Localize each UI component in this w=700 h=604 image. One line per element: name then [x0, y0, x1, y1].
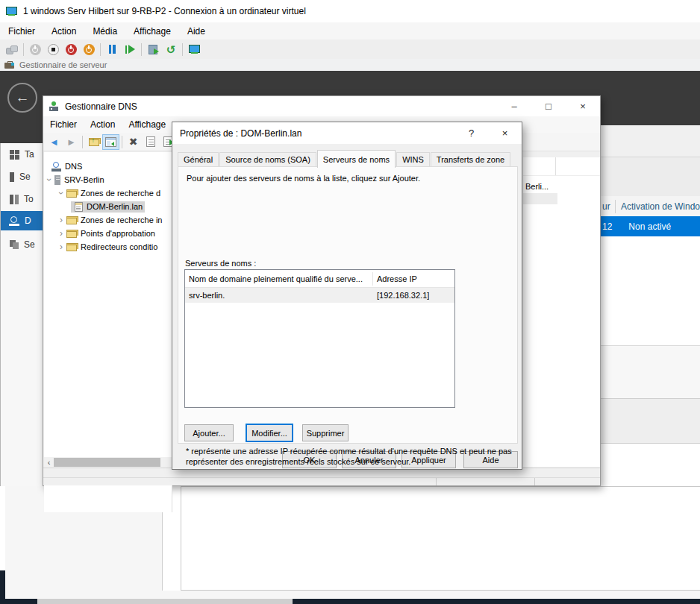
properties-icon[interactable]: [142, 134, 159, 150]
vm-menu-fichier[interactable]: Fichier: [0, 24, 43, 39]
tree-horizontal-scrollbar[interactable]: ‹: [44, 457, 172, 468]
tab-wins[interactable]: WINS: [396, 152, 430, 167]
sidebar-item-dashboard[interactable]: Ta: [1, 145, 43, 163]
toolbar-separator: [82, 136, 83, 148]
dns-menu-fichier[interactable]: Fichier: [43, 118, 84, 131]
server-manager-panel: [601, 443, 700, 486]
dns-records-pane: Berli...: [523, 157, 600, 467]
column-header-fqdn[interactable]: Nom de domaine pleinement qualifié du se…: [185, 274, 372, 283]
sidebar-item-local-server[interactable]: Se: [1, 168, 43, 186]
vm-titlebar: 1 windows Serv Hilbert sur 9-RB-P2 - Con…: [0, 0, 700, 22]
minimize-button[interactable]: –: [497, 96, 531, 116]
tree-item-dom-berlin-lan[interactable]: DOM-Berlin.lan: [71, 200, 145, 213]
back-arrow-icon: ←: [16, 89, 30, 106]
vm-toolbar: ↺: [0, 40, 700, 59]
toolbar-separator: [100, 43, 101, 56]
asterisk-note: * représente une adresse IP récupérée co…: [186, 446, 514, 467]
close-button[interactable]: ×: [566, 96, 600, 116]
sidebar-item-label: To: [24, 194, 34, 204]
maximize-button[interactable]: □: [531, 96, 566, 116]
close-icon[interactable]: ×: [488, 122, 522, 144]
name-server-row[interactable]: srv-berlin. [192.168.32.1]: [185, 288, 454, 303]
statusbar-edge: [37, 599, 293, 604]
add-button[interactable]: Ajouter...: [184, 424, 234, 441]
back-icon[interactable]: ◄: [46, 134, 63, 150]
delete-icon[interactable]: ✖: [125, 134, 142, 150]
vm-menu-media[interactable]: Média: [84, 24, 125, 39]
taskbar-edge: [0, 599, 37, 604]
records-header-line: [523, 175, 600, 176]
servers-grid-header[interactable]: ur Activation de Windo: [601, 196, 700, 216]
tree-item-conditional-forwarders[interactable]: › Redirecteurs conditio: [57, 240, 157, 254]
instruction-text: Pour ajouter des serveurs de noms à la l…: [187, 174, 420, 183]
vm-connection-window: 1 windows Serv Hilbert sur 9-RB-P2 - Con…: [0, 0, 700, 604]
grid-header-col-clipped: ur: [602, 201, 610, 212]
show-console-tree-icon[interactable]: [102, 134, 119, 150]
dialog-titlebar[interactable]: Propriétés de : DOM-Berlin.lan ? ×: [172, 122, 522, 144]
chevron-collapsed-icon[interactable]: ›: [57, 215, 65, 225]
forward-icon[interactable]: ►: [63, 134, 80, 150]
pause-icon[interactable]: [103, 41, 121, 57]
dns-menu-action[interactable]: Action: [84, 118, 122, 131]
shutdown-icon[interactable]: [44, 41, 62, 57]
tree-item-trust-points[interactable]: › Points d'approbation: [57, 227, 155, 240]
turn-off-icon[interactable]: [62, 41, 80, 57]
toolbar-separator: [182, 43, 183, 56]
tree-item-forward-zones[interactable]: › Zones de recherche d: [57, 186, 160, 200]
sidebar-item-dns[interactable]: D: [1, 211, 43, 230]
checkpoint-icon[interactable]: [144, 41, 162, 57]
tree-item-dns-root[interactable]: DNS: [50, 160, 82, 173]
sidebar-item-all-servers[interactable]: To: [1, 190, 43, 208]
records-row-highlight[interactable]: [523, 193, 557, 204]
scroll-left-icon[interactable]: ‹: [44, 458, 54, 467]
grid-header-activation: Activation de Windo: [621, 201, 700, 212]
remove-button[interactable]: Supprimer: [302, 424, 349, 441]
chevron-expanded-icon[interactable]: ›: [57, 188, 65, 198]
reset-icon[interactable]: [121, 41, 139, 57]
server-manager-titlebar[interactable]: Gestionnaire de serveur: [0, 59, 700, 71]
vm-menubar: Fichier Action Média Affichage Aide: [0, 22, 700, 40]
tree-item-srv-berlin[interactable]: › SRV-Berlin: [46, 173, 104, 186]
revert-icon[interactable]: ↺: [162, 41, 180, 57]
vm-menu-action[interactable]: Action: [43, 24, 84, 39]
local-server-icon: [10, 172, 14, 182]
enhanced-session-icon[interactable]: [185, 41, 203, 57]
dns-root-icon: [51, 162, 61, 172]
tab-zone-transfers[interactable]: Transferts de zone: [431, 152, 510, 167]
column-header-ip[interactable]: Adresse IP: [373, 274, 417, 283]
server-manager-content-panel: [181, 486, 700, 591]
sidebar-item-file-services[interactable]: Se: [1, 236, 43, 254]
vm-window-title: 1 windows Serv Hilbert sur 9-RB-P2 - Con…: [23, 6, 306, 16]
open-parent-folder-icon[interactable]: ↑: [85, 134, 102, 150]
tab-general[interactable]: Général: [178, 152, 219, 167]
tab-name-servers[interactable]: Serveurs de noms: [317, 150, 396, 168]
chevron-expanded-icon[interactable]: ›: [46, 174, 53, 185]
dns-titlebar[interactable]: Gestionnaire DNS – □ ×: [43, 96, 600, 116]
records-column-separator: [555, 157, 556, 175]
name-servers-list[interactable]: Nom de domaine pleinement qualifié du se…: [184, 269, 455, 408]
tab-soa[interactable]: Source de noms (SOA): [219, 152, 316, 167]
servers-grid-selected-row[interactable]: 12 Non activé: [601, 216, 700, 236]
help-icon[interactable]: ?: [454, 122, 488, 144]
start-icon[interactable]: [26, 41, 44, 57]
tree-item-reverse-zones[interactable]: › Zones de recherche in: [57, 213, 162, 227]
tree-label: SRV-Berlin: [64, 175, 104, 184]
sidebar-item-label: Se: [19, 172, 31, 182]
tab-page-name-servers: Pour ajouter des serveurs de noms à la l…: [178, 166, 518, 444]
chevron-collapsed-icon[interactable]: ›: [57, 228, 65, 239]
chevron-collapsed-icon[interactable]: ›: [57, 242, 65, 252]
server-manager-panel: [601, 345, 700, 398]
scrollbar-thumb[interactable]: [54, 458, 160, 467]
vm-menu-affichage[interactable]: Affichage: [125, 24, 179, 39]
save-state-icon[interactable]: [80, 41, 98, 57]
records-row-clipped[interactable]: Berli...: [525, 182, 549, 191]
edit-button[interactable]: Modifier...: [246, 424, 293, 442]
folder-icon: [66, 243, 77, 251]
tree-label: Points d'approbation: [81, 229, 155, 238]
toolbar-separator: [141, 43, 142, 56]
ctrl-alt-del-icon[interactable]: [3, 41, 21, 57]
back-button[interactable]: ←: [7, 83, 37, 113]
dns-menu-affichage[interactable]: Affichage: [122, 118, 172, 131]
vm-menu-aide[interactable]: Aide: [179, 24, 213, 39]
dialog-title: Propriétés de : DOM-Berlin.lan: [180, 128, 301, 139]
